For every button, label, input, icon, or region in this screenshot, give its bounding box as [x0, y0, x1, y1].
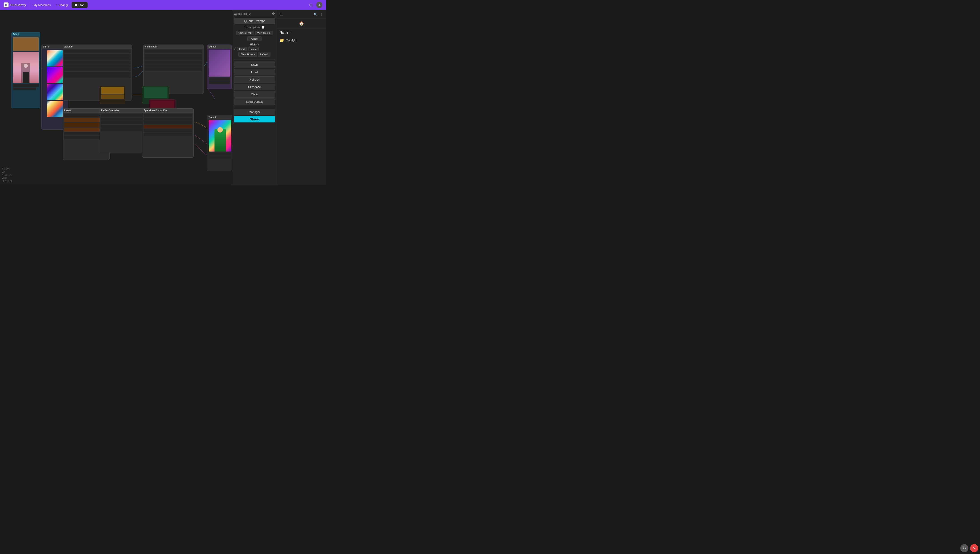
panel-divider-1 — [234, 59, 275, 60]
folder-icon: 📁 — [280, 38, 284, 43]
canvas-area[interactable]: Edit 1 — [0, 10, 232, 185]
file-panel-icons: 🔍 ⋮ — [314, 13, 323, 16]
file-more-icon[interactable]: ⋮ — [320, 13, 323, 16]
main-area: Edit 1 — [0, 10, 326, 185]
app-logo: R RunComfy — [3, 2, 26, 7]
queue-size-label: Queue size: 0 — [234, 12, 250, 16]
node-output-header: Output — [207, 115, 232, 119]
hamburger-icon[interactable]: ☰ — [280, 12, 283, 16]
refresh-button[interactable]: Refresh — [234, 76, 275, 83]
history-section: History 0: Load Delete Clear History Ref… — [234, 43, 275, 57]
clear-button[interactable]: Clear — [234, 91, 275, 97]
stop-button[interactable]: Stop — [72, 2, 88, 8]
manager-button[interactable]: Manager — [234, 109, 275, 115]
node-adapter-header: Adapter — [63, 45, 132, 49]
node-sparepose-body — [142, 113, 193, 137]
node-output-body — [207, 119, 232, 161]
file-panel-topbar: ☰ 🔍 ⋮ — [277, 10, 326, 19]
file-search-icon[interactable]: 🔍 — [314, 13, 317, 16]
node-mid1[interactable] — [100, 86, 125, 104]
queue-front-button[interactable]: Queue Front — [236, 31, 254, 35]
change-button[interactable]: + Change — [56, 3, 69, 7]
discord-icon[interactable]: ⊞ — [309, 2, 312, 7]
node-sparepose-header: SparePose ControlNet — [142, 108, 193, 113]
node-right-purple-body — [207, 49, 231, 86]
node-right-purple[interactable]: Output — [207, 45, 232, 89]
extra-options-row: Extra options — [234, 26, 275, 29]
settings-icon[interactable]: ⚙ — [272, 12, 275, 16]
nav-separator — [30, 2, 30, 8]
extra-options-label: Extra options — [244, 26, 260, 29]
node-lineart-ctrl-header: LinArt Controller — [100, 108, 147, 113]
node-animatediff-header: AnimateDiff — [143, 45, 204, 49]
name-header-row: Name ↑ — [277, 29, 326, 37]
panel-header: Queue size: 0 ⚙ — [234, 12, 275, 16]
history-delete-button[interactable]: Delete — [248, 47, 259, 51]
node-sparepose[interactable]: SparePose ControlNet — [142, 108, 194, 158]
node-image-panel[interactable]: Edit 1 — [11, 32, 40, 108]
stat-t: T: 0.00s — [2, 167, 12, 170]
name-column-header: Name — [280, 31, 288, 34]
node-right-purple-header: Output — [207, 45, 231, 49]
close-button[interactable]: Close — [247, 37, 261, 41]
history-actions-row: Clear History Refresh — [234, 52, 275, 57]
history-load-button[interactable]: Load — [237, 47, 247, 51]
folder-name-label: ComfyUI — [286, 39, 297, 42]
stat-fps: FPS:56.82 — [2, 180, 12, 183]
app-name: RunComfy — [10, 3, 26, 7]
queue-prompt-button[interactable]: Queue Prompt — [234, 18, 275, 24]
node-mid2-body — [142, 86, 169, 99]
clipspace-button[interactable]: Clipspace — [234, 84, 275, 90]
canvas-content: Edit 1 — [0, 10, 232, 185]
node-lineart-controller[interactable]: LinArt Controller — [100, 108, 147, 153]
close-btn-row: Close — [234, 37, 275, 41]
load-button[interactable]: Load — [234, 69, 275, 75]
load-default-button[interactable]: Load Default — [234, 99, 275, 105]
history-label: History — [234, 43, 275, 46]
comfyui-folder[interactable]: 📁 ComfyUI — [277, 37, 326, 44]
save-button[interactable]: Save — [234, 62, 275, 68]
view-queue-button[interactable]: View Queue — [255, 31, 273, 35]
nav-right-area: ⊞ J — [309, 2, 322, 8]
clear-history-button[interactable]: Clear History — [239, 52, 257, 57]
history-item-row: 0: Load Delete — [234, 47, 275, 51]
user-avatar[interactable]: J — [316, 2, 322, 8]
node-output[interactable]: Output — [207, 115, 232, 171]
share-button[interactable]: Share — [234, 116, 275, 123]
stat-n: N: 17 [17] — [2, 174, 12, 177]
file-panel: ☰ 🔍 ⋮ 🏠 Name ↑ 📁 ComfyUI — [277, 10, 326, 185]
top-navigation: R RunComfy My Machines + Change Stop ⊞ J — [0, 0, 326, 10]
history-refresh-button[interactable]: Refresh — [258, 52, 271, 57]
queue-front-view-row: Queue Front View Queue — [234, 31, 275, 35]
node-animatediff-body — [143, 49, 204, 73]
comfy-panel: Queue size: 0 ⚙ Queue Prompt Extra optio… — [232, 10, 277, 185]
home-icon-row: 🏠 — [277, 19, 326, 29]
home-icon[interactable]: 🏠 — [299, 21, 304, 26]
stat-v: V: 37 — [2, 177, 12, 180]
node-image-panel-header: Edit 1 — [11, 32, 40, 37]
node-adapter-body — [63, 49, 132, 80]
node-lineart-ctrl-body — [100, 113, 147, 133]
canvas-stats: T: 0.00s L: 0 N: 17 [17] V: 37 FPS:56.82 — [2, 167, 12, 183]
stop-icon — [75, 4, 77, 6]
node-image-panel-body — [11, 37, 40, 91]
stat-l: L: 0 — [2, 170, 12, 174]
logo-icon: R — [3, 2, 8, 7]
node-mid1-body — [100, 86, 125, 100]
history-item-num: 0: — [234, 48, 236, 51]
extra-options-checkbox[interactable] — [262, 26, 265, 29]
my-machines-label: My Machines — [33, 3, 51, 7]
sort-icon[interactable]: ↑ — [290, 31, 291, 34]
